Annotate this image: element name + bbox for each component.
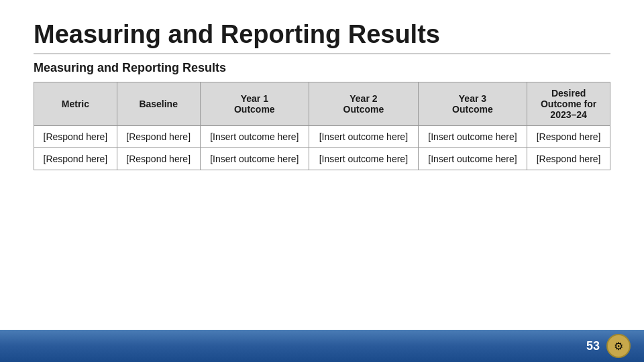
cell-year3: [Insert outcome here] [418,148,527,170]
results-table: Metric Baseline Year 1Outcome Year 2Outc… [34,82,610,170]
table-row: [Respond here][Respond here][Insert outc… [34,148,610,170]
col-metric: Metric [34,82,117,126]
cell-desired: [Respond here] [527,148,610,170]
table-row: [Respond here][Respond here][Insert outc… [34,126,610,148]
cell-desired: [Respond here] [527,126,610,148]
cell-baseline: [Respond here] [117,126,200,148]
sub-title: Measuring and Reporting Results [34,61,610,75]
cell-metric: [Respond here] [34,126,117,148]
col-year1: Year 1Outcome [200,82,309,126]
table-header-row: Metric Baseline Year 1Outcome Year 2Outc… [34,82,610,126]
cell-year3: [Insert outcome here] [418,126,527,148]
col-baseline: Baseline [117,82,200,126]
main-content: Measuring and Reporting Results Measurin… [0,0,644,330]
col-year3: Year 3Outcome [418,82,527,126]
seal-icon: ⚙ [606,334,631,358]
page-container: Measuring and Reporting Results Measurin… [0,0,644,362]
cell-year2: [Insert outcome here] [309,148,419,170]
col-year2: Year 2Outcome [309,82,419,126]
cell-year1: [Insert outcome here] [200,148,309,170]
page-number: 53 [586,339,600,353]
main-title: Measuring and Reporting Results [34,20,610,54]
footer-bar: 53 ⚙ [0,330,644,362]
cell-year1: [Insert outcome here] [200,126,309,148]
cell-year2: [Insert outcome here] [309,126,419,148]
col-desired: DesiredOutcome for2023–24 [527,82,610,126]
cell-metric: [Respond here] [34,148,117,170]
cell-baseline: [Respond here] [117,148,200,170]
